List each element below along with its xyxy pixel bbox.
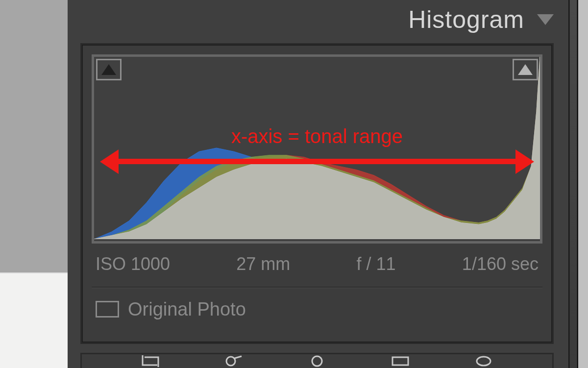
svg-point-3 — [477, 357, 490, 366]
original-photo-label: Original Photo — [128, 299, 246, 320]
svg-rect-2 — [392, 357, 408, 365]
spot-tool-icon[interactable] — [219, 354, 248, 368]
exif-aperture: f / 11 — [357, 254, 396, 274]
exif-shutter: 1/160 sec — [462, 254, 539, 274]
triangle-up-icon — [518, 64, 533, 75]
gradient-tool-icon[interactable] — [386, 354, 415, 368]
panel-header: Histogram — [68, 0, 568, 39]
panel-scrollbar[interactable] — [568, 0, 578, 368]
exif-metadata-row: ISO 1000 27 mm f / 11 1/160 sec — [92, 250, 542, 278]
shadow-clipping-toggle[interactable] — [96, 59, 122, 80]
collapse-toggle-icon[interactable] — [537, 14, 554, 25]
histogram-panel: Histogram x-axis = tonal range ISO 1000 … — [68, 0, 578, 368]
checkbox-icon — [96, 301, 119, 318]
tool-strip — [80, 353, 554, 368]
svg-point-0 — [226, 357, 235, 366]
triangle-up-icon — [101, 64, 116, 75]
divider — [92, 287, 542, 288]
original-photo-toggle[interactable]: Original Photo — [92, 294, 542, 324]
highlight-clipping-toggle[interactable] — [513, 59, 538, 80]
histogram-well: x-axis = tonal range ISO 1000 27 mm f / … — [80, 43, 554, 344]
panel-title: Histogram — [408, 5, 524, 34]
histogram-svg — [94, 57, 540, 239]
radial-tool-icon[interactable] — [469, 354, 498, 368]
redeye-tool-icon[interactable] — [302, 354, 332, 368]
histogram-chart[interactable]: x-axis = tonal range — [92, 54, 542, 244]
exif-iso: ISO 1000 — [96, 254, 170, 274]
crop-tool-icon[interactable] — [136, 354, 165, 368]
exif-focal: 27 mm — [236, 254, 290, 274]
svg-point-1 — [312, 356, 322, 366]
